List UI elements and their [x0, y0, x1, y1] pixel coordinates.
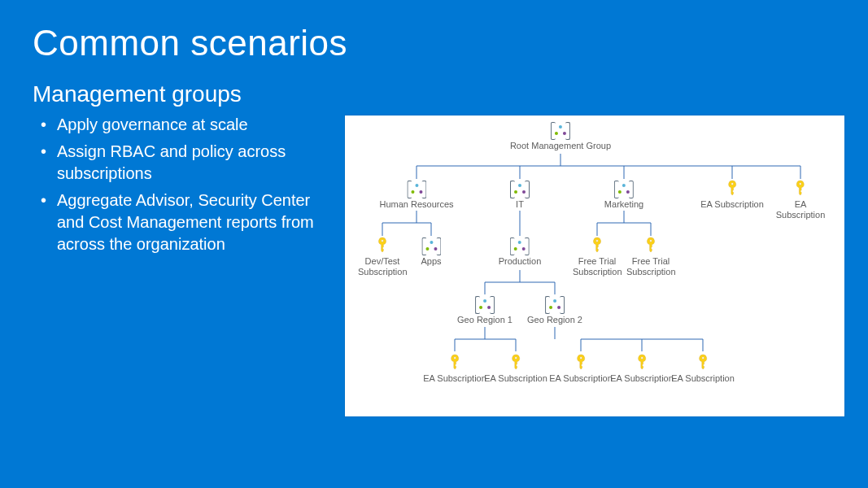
section-heading: Management groups [33, 81, 342, 107]
node-apps-mg: Apps [421, 237, 441, 267]
bullet-item: Assign RBAC and policy across subscripti… [41, 141, 342, 185]
node-label: EA Subscription [423, 373, 486, 384]
node-label: Free Trial Subscription [626, 256, 675, 277]
key-icon [725, 179, 739, 197]
node-label: EA Subscription [549, 373, 613, 384]
management-group-icon [475, 296, 495, 312]
node-it-mg: IT [510, 181, 530, 210]
node-label: EA Subscription [610, 373, 674, 384]
bullet-item: Apply governance at scale [41, 114, 342, 136]
key-icon [508, 353, 523, 371]
bullet-item: Aggregate Advisor, Security Center and C… [41, 190, 342, 255]
management-group-icon [421, 237, 441, 254]
node-label: Marketing [604, 199, 643, 210]
node-ea-sub: EA Subscription [549, 353, 613, 384]
node-marketing-mg: Marketing [604, 181, 643, 210]
node-label: IT [510, 199, 530, 210]
node-label: Production [499, 256, 542, 267]
management-group-icon [551, 122, 570, 138]
node-devtest-sub: Dev/Test Subscription [358, 236, 407, 277]
node-geo1-mg: Geo Region 1 [457, 296, 513, 325]
node-root-mg: Root Management Group [510, 122, 611, 151]
management-group-icon [407, 181, 426, 197]
node-label: Dev/Test Subscription [358, 256, 407, 277]
node-ea-sub: EA Subscription [776, 179, 826, 220]
node-label: Geo Region 1 [457, 315, 513, 325]
key-icon [635, 353, 649, 371]
node-ea-sub: EA Subscription [423, 353, 486, 384]
left-column: Management groups Apply governance at sc… [33, 81, 342, 260]
management-group-icon [545, 296, 565, 312]
node-geo2-mg: Geo Region 2 [527, 296, 582, 325]
key-icon [447, 353, 462, 371]
key-icon [590, 236, 604, 254]
node-label: EA Subscription [700, 199, 764, 210]
node-label: EA Subscription [484, 373, 547, 384]
node-production-mg: Production [499, 237, 542, 267]
key-icon [696, 353, 710, 371]
node-free-trial-sub: Free Trial Subscription [626, 236, 675, 277]
node-label: Human Resources [379, 199, 453, 210]
node-label: Apps [421, 256, 441, 267]
node-label: Free Trial Subscription [573, 256, 622, 277]
node-label: EA Subscription [776, 199, 826, 220]
management-group-icon [510, 181, 530, 197]
node-label: Geo Region 2 [527, 315, 582, 325]
management-group-icon [510, 237, 530, 254]
node-hr-mg: Human Resources [379, 181, 453, 210]
key-icon [574, 353, 588, 371]
node-label: Root Management Group [510, 141, 611, 151]
key-icon [643, 236, 658, 254]
node-ea-sub: EA Subscription [700, 179, 764, 210]
key-icon [793, 179, 808, 197]
slide-title: Common scenarios [33, 23, 835, 63]
node-ea-sub: EA Subscription [484, 353, 547, 384]
slide: Common scenarios Management groups Apply… [0, 0, 868, 488]
hierarchy-diagram: Root Management Group Human Resources IT… [345, 115, 844, 416]
node-ea-sub: EA Subscription [671, 353, 735, 384]
management-group-icon [614, 181, 634, 197]
node-ea-sub: EA Subscription [610, 353, 674, 384]
node-label: EA Subscription [671, 373, 735, 384]
bullet-list: Apply governance at scale Assign RBAC an… [33, 114, 342, 255]
key-icon [375, 236, 390, 254]
node-free-trial-sub: Free Trial Subscription [573, 236, 622, 277]
